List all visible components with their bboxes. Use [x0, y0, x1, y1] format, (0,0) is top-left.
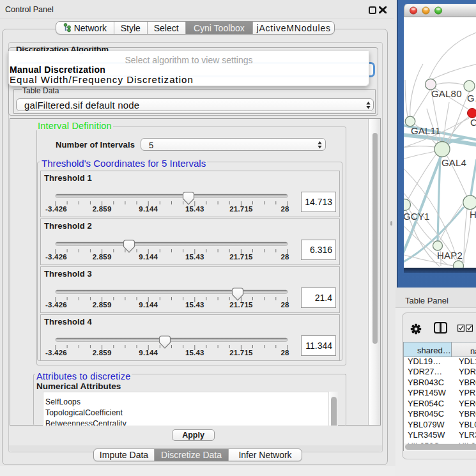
svg-text:28: 28 [280, 301, 289, 309]
svg-text:H: H [470, 209, 476, 220]
svg-text:21.715: 21.715 [229, 205, 253, 213]
svg-text:9.144: 9.144 [139, 349, 158, 357]
svg-text:-3.426: -3.426 [45, 349, 67, 357]
svg-text:GAL11: GAL11 [411, 125, 441, 136]
svg-text:28: 28 [280, 349, 289, 357]
svg-text:-3.426: -3.426 [45, 253, 67, 261]
svg-text:-3.426: -3.426 [45, 205, 67, 213]
svg-text:15.43: 15.43 [185, 205, 204, 213]
svg-text:G…: G… [467, 93, 476, 104]
svg-text:15.43: 15.43 [185, 349, 204, 357]
svg-text:2.859: 2.859 [93, 301, 112, 309]
svg-text:21.715: 21.715 [229, 349, 253, 357]
svg-text:GAL80: GAL80 [431, 88, 462, 99]
svg-text:2.859: 2.859 [93, 205, 112, 213]
svg-text:15.43: 15.43 [185, 253, 204, 261]
svg-text:2.859: 2.859 [93, 253, 112, 261]
svg-text:2.859: 2.859 [93, 349, 112, 357]
svg-text:-3.426: -3.426 [45, 301, 67, 309]
svg-text:9.144: 9.144 [139, 301, 158, 309]
svg-text:28: 28 [280, 253, 289, 261]
svg-text:15.43: 15.43 [185, 301, 204, 309]
svg-text:21.715: 21.715 [229, 301, 253, 309]
svg-text:9.144: 9.144 [139, 205, 158, 213]
svg-text:28: 28 [280, 205, 289, 213]
svg-text:GCY1: GCY1 [404, 211, 430, 222]
svg-text:HAP2: HAP2 [437, 250, 463, 261]
svg-text:9.144: 9.144 [139, 253, 158, 261]
svg-text:21.715: 21.715 [229, 253, 253, 261]
svg-text:C…: C… [470, 117, 476, 128]
svg-text:GAL4: GAL4 [441, 157, 466, 168]
